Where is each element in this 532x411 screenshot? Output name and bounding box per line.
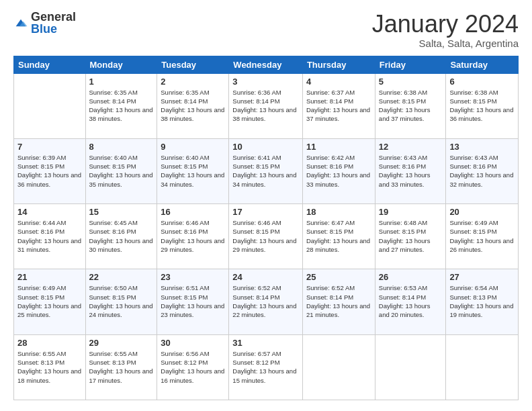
day-info: Sunrise: 6:49 AMSunset: 8:15 PMDaylight:… [17,283,82,319]
day-number: 24 [232,272,299,282]
day-cell: 28Sunrise: 6:55 AMSunset: 8:13 PMDayligh… [14,334,86,400]
day-cell: 9Sunrise: 6:40 AMSunset: 8:15 PMDaylight… [157,138,229,203]
day-info: Sunrise: 6:48 AMSunset: 8:15 PMDaylight:… [379,218,443,254]
day-cell: 3Sunrise: 6:36 AMSunset: 8:14 PMDaylight… [229,73,303,138]
day-info: Sunrise: 6:35 AMSunset: 8:14 PMDaylight:… [161,88,225,124]
week-row-4: 21Sunrise: 6:49 AMSunset: 8:15 PMDayligh… [14,269,519,334]
day-cell: 30Sunrise: 6:56 AMSunset: 8:12 PMDayligh… [157,334,229,400]
day-cell: 19Sunrise: 6:48 AMSunset: 8:15 PMDayligh… [375,204,446,269]
day-info: Sunrise: 6:54 AMSunset: 8:13 PMDaylight:… [449,283,515,319]
day-info: Sunrise: 6:40 AMSunset: 8:15 PMDaylight:… [89,153,154,189]
day-info: Sunrise: 6:47 AMSunset: 8:15 PMDaylight:… [306,218,371,254]
day-cell: 20Sunrise: 6:49 AMSunset: 8:15 PMDayligh… [446,204,519,269]
day-cell: 31Sunrise: 6:57 AMSunset: 8:12 PMDayligh… [229,334,303,400]
logo: General Blue [13,11,76,35]
day-info: Sunrise: 6:52 AMSunset: 8:14 PMDaylight:… [232,283,299,319]
month-title: January 2024 [372,11,519,38]
day-number: 23 [161,272,225,282]
day-info: Sunrise: 6:40 AMSunset: 8:15 PMDaylight:… [161,153,225,189]
col-saturday: Saturday [446,56,519,73]
day-cell [446,334,519,400]
day-number: 13 [449,142,515,152]
day-cell: 23Sunrise: 6:51 AMSunset: 8:15 PMDayligh… [157,269,229,334]
day-number: 15 [89,207,154,217]
day-info: Sunrise: 6:38 AMSunset: 8:15 PMDaylight:… [379,88,443,124]
logo-icon [13,15,28,30]
day-cell: 4Sunrise: 6:37 AMSunset: 8:14 PMDaylight… [302,73,375,138]
day-cell: 29Sunrise: 6:55 AMSunset: 8:13 PMDayligh… [85,334,157,400]
day-cell: 21Sunrise: 6:49 AMSunset: 8:15 PMDayligh… [14,269,86,334]
day-info: Sunrise: 6:46 AMSunset: 8:15 PMDaylight:… [232,218,299,254]
day-number: 1 [89,77,154,87]
col-thursday: Thursday [302,56,375,73]
day-info: Sunrise: 6:41 AMSunset: 8:15 PMDaylight:… [232,153,299,189]
day-number: 26 [379,272,443,282]
day-number: 28 [17,338,82,348]
day-cell: 7Sunrise: 6:39 AMSunset: 8:15 PMDaylight… [14,138,86,203]
day-info: Sunrise: 6:51 AMSunset: 8:15 PMDaylight:… [161,283,225,319]
day-info: Sunrise: 6:39 AMSunset: 8:15 PMDaylight:… [17,153,82,189]
logo-text: General Blue [31,11,76,35]
day-info: Sunrise: 6:56 AMSunset: 8:12 PMDaylight:… [161,349,225,385]
header: General Blue January 2024 Salta, Salta, … [13,11,519,49]
day-cell: 15Sunrise: 6:45 AMSunset: 8:16 PMDayligh… [85,204,157,269]
col-sunday: Sunday [14,56,86,73]
day-number: 11 [306,142,371,152]
day-cell: 2Sunrise: 6:35 AMSunset: 8:14 PMDaylight… [157,73,229,138]
day-info: Sunrise: 6:43 AMSunset: 8:16 PMDaylight:… [449,153,515,189]
col-friday: Friday [375,56,446,73]
day-info: Sunrise: 6:55 AMSunset: 8:13 PMDaylight:… [17,349,82,385]
day-cell: 16Sunrise: 6:46 AMSunset: 8:16 PMDayligh… [157,204,229,269]
day-cell: 11Sunrise: 6:42 AMSunset: 8:16 PMDayligh… [302,138,375,203]
day-number: 31 [232,338,299,348]
day-number: 19 [379,207,443,217]
day-info: Sunrise: 6:37 AMSunset: 8:14 PMDaylight:… [306,88,371,124]
day-cell: 22Sunrise: 6:50 AMSunset: 8:15 PMDayligh… [85,269,157,334]
day-info: Sunrise: 6:55 AMSunset: 8:13 PMDaylight:… [89,349,154,385]
day-number: 4 [306,77,371,87]
day-cell: 25Sunrise: 6:52 AMSunset: 8:14 PMDayligh… [302,269,375,334]
calendar-table: Sunday Monday Tuesday Wednesday Thursday… [13,56,519,400]
day-number: 18 [306,207,371,217]
page: General Blue January 2024 Salta, Salta, … [0,0,532,411]
day-number: 30 [161,338,225,348]
day-info: Sunrise: 6:49 AMSunset: 8:15 PMDaylight:… [449,218,515,254]
day-info: Sunrise: 6:44 AMSunset: 8:16 PMDaylight:… [17,218,82,254]
day-info: Sunrise: 6:35 AMSunset: 8:14 PMDaylight:… [89,88,154,124]
day-cell: 8Sunrise: 6:40 AMSunset: 8:15 PMDaylight… [85,138,157,203]
day-number: 12 [379,142,443,152]
day-info: Sunrise: 6:45 AMSunset: 8:16 PMDaylight:… [89,218,154,254]
title-section: January 2024 Salta, Salta, Argentina [372,11,519,49]
day-number: 17 [232,207,299,217]
day-number: 29 [89,338,154,348]
header-row: Sunday Monday Tuesday Wednesday Thursday… [14,56,519,73]
day-number: 25 [306,272,371,282]
day-cell [302,334,375,400]
day-number: 5 [379,77,443,87]
day-number: 7 [17,142,82,152]
col-monday: Monday [85,56,157,73]
day-number: 8 [89,142,154,152]
day-cell: 14Sunrise: 6:44 AMSunset: 8:16 PMDayligh… [14,204,86,269]
day-cell: 10Sunrise: 6:41 AMSunset: 8:15 PMDayligh… [229,138,303,203]
col-wednesday: Wednesday [229,56,303,73]
day-number: 22 [89,272,154,282]
day-info: Sunrise: 6:52 AMSunset: 8:14 PMDaylight:… [306,283,371,319]
col-tuesday: Tuesday [157,56,229,73]
day-cell: 26Sunrise: 6:53 AMSunset: 8:14 PMDayligh… [375,269,446,334]
day-number: 16 [161,207,225,217]
day-number: 21 [17,272,82,282]
day-info: Sunrise: 6:57 AMSunset: 8:12 PMDaylight:… [232,349,299,385]
day-cell: 27Sunrise: 6:54 AMSunset: 8:13 PMDayligh… [446,269,519,334]
day-number: 27 [449,272,515,282]
day-info: Sunrise: 6:50 AMSunset: 8:15 PMDaylight:… [89,283,154,319]
day-number: 3 [232,77,299,87]
day-cell: 6Sunrise: 6:38 AMSunset: 8:15 PMDaylight… [446,73,519,138]
day-cell: 24Sunrise: 6:52 AMSunset: 8:14 PMDayligh… [229,269,303,334]
day-cell [14,73,86,138]
week-row-5: 28Sunrise: 6:55 AMSunset: 8:13 PMDayligh… [14,334,519,400]
day-number: 9 [161,142,225,152]
day-cell [375,334,446,400]
day-cell: 13Sunrise: 6:43 AMSunset: 8:16 PMDayligh… [446,138,519,203]
day-number: 10 [232,142,299,152]
